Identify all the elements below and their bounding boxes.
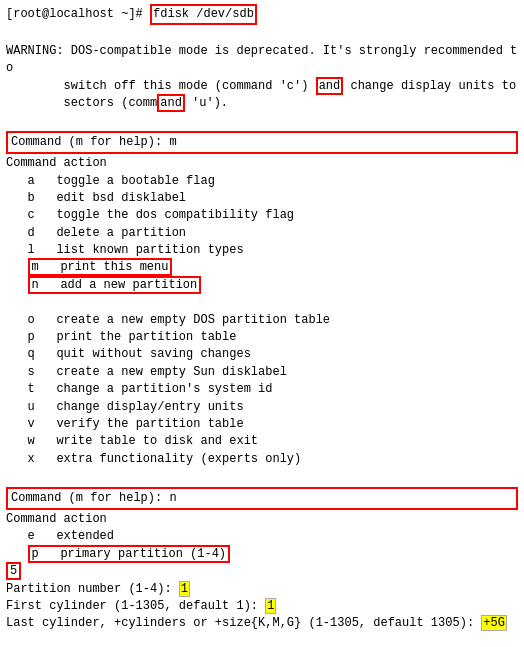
and-highlight-1: and <box>316 77 344 95</box>
line-n: n add a new partition <box>6 277 518 294</box>
line-v: v verify the partition table <box>6 416 518 433</box>
line-a: a toggle a bootable flag <box>6 173 518 190</box>
last-cyl-val: +5G <box>481 615 507 631</box>
line-s: s create a new empty Sun disklabel <box>6 364 518 381</box>
line-cmd-m: Command (m for help): m <box>6 131 518 154</box>
m-highlight-box: m print this menu <box>28 258 173 276</box>
part-num-val: 1 <box>179 581 190 597</box>
line-warn1: WARNING: DOS-compatible mode is deprecat… <box>6 43 518 78</box>
line-blank3 <box>6 294 518 311</box>
line-prompt1: [root@localhost ~]# fdisk /dev/sdb <box>6 4 518 25</box>
line-q: q quit without saving changes <box>6 346 518 363</box>
line-num5: 5 <box>6 563 518 580</box>
line-u: u change display/entry units <box>6 399 518 416</box>
first-cyl-val: 1 <box>265 598 276 614</box>
line-blank4 <box>6 468 518 485</box>
p-primary-box: p primary partition (1-4) <box>28 545 230 563</box>
n-highlight-box: n add a new partition <box>28 276 202 294</box>
line-w2: w write table to disk and exit <box>6 433 518 450</box>
line-action2: Command action <box>6 511 518 528</box>
num5-box: 5 <box>6 562 21 580</box>
line-blank5 <box>6 633 518 647</box>
line-warn2: switch off this mode (command 'c') and c… <box>6 78 518 95</box>
line-m2: m print this menu <box>6 259 518 276</box>
line-p: p print the partition table <box>6 329 518 346</box>
line-b: b edit bsd disklabel <box>6 190 518 207</box>
line-part-num: Partition number (1-4): 1 <box>6 581 518 598</box>
cmd-m-box: Command (m for help): m <box>6 131 518 154</box>
line-last-cyl: Last cylinder, +cylinders or +size{K,M,G… <box>6 615 518 632</box>
line-l: l list known partition types <box>6 242 518 259</box>
terminal-window: [root@localhost ~]# fdisk /dev/sdb WARNI… <box>0 0 524 647</box>
line-blank2 <box>6 112 518 129</box>
line-action: Command action <box>6 155 518 172</box>
line-blank1 <box>6 25 518 42</box>
line-first-cyl: First cylinder (1-1305, default 1): 1 <box>6 598 518 615</box>
line-e: e extended <box>6 528 518 545</box>
fdisk-command-box: fdisk /dev/sdb <box>150 4 257 25</box>
and-highlight-2: and <box>157 94 185 112</box>
line-t: t change a partition's system id <box>6 381 518 398</box>
line-c: c toggle the dos compatibility flag <box>6 207 518 224</box>
cmd-n-box: Command (m for help): n <box>6 487 518 510</box>
line-d: d delete a partition <box>6 225 518 242</box>
line-p2: p primary partition (1-4) <box>6 546 518 563</box>
line-warn3: sectors (command 'u'). <box>6 95 518 112</box>
line-x: x extra functionality (experts only) <box>6 451 518 468</box>
line-o: o create a new empty DOS partition table <box>6 312 518 329</box>
line-cmd-n: Command (m for help): n <box>6 487 518 510</box>
